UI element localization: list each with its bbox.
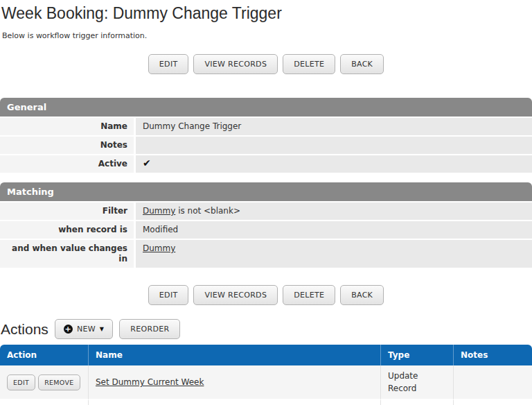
back-button-bottom[interactable]: BACK [340, 285, 384, 305]
new-action-dropdown-button[interactable]: + NEW ▼ [55, 319, 113, 339]
general-row-name: Name Dummy Change Trigger [0, 118, 532, 135]
back-button[interactable]: BACK [340, 54, 384, 74]
page-subtitle: Below is workflow trigger information. [2, 31, 532, 40]
delete-button-bottom[interactable]: DELETE [283, 285, 335, 305]
when-record-is-label: when record is [0, 221, 134, 239]
matching-section-header: Matching [0, 182, 532, 201]
view-records-button-bottom[interactable]: VIEW RECORDS [193, 285, 278, 305]
column-header-action: Action [0, 345, 89, 365]
general-row-notes: Notes [0, 137, 532, 154]
reorder-button[interactable]: REORDER [119, 319, 180, 339]
delete-button[interactable]: DELETE [283, 54, 335, 74]
bottom-toolbar: EDIT VIEW RECORDS DELETE BACK [0, 285, 532, 305]
checkmark-icon: ✔ [143, 157, 151, 169]
notes-label: Notes [0, 137, 134, 154]
general-section-header: General [0, 98, 532, 117]
page-title: Week Booking: Dummy Change Trigger [1, 4, 532, 22]
action-notes [454, 400, 532, 405]
new-button-label: NEW [77, 325, 96, 334]
notes-value [136, 137, 532, 154]
active-label: Active [0, 155, 134, 173]
actions-bar: Actions + NEW ▼ REORDER [1, 319, 532, 339]
name-value: Dummy Change Trigger [136, 118, 532, 135]
plus-circle-icon: + [64, 325, 73, 334]
matching-section: Matching Filter Dummy is not <blank> whe… [0, 182, 532, 268]
row-remove-button[interactable]: REMOVE [38, 374, 80, 390]
edit-button-bottom[interactable]: EDIT [148, 285, 189, 305]
matching-row-filter: Filter Dummy is not <blank> [0, 203, 532, 220]
actions-table: Action Name Type Notes EDIT REMOVE Set D… [0, 345, 532, 405]
value-changes-label: and when value changes in [0, 240, 134, 268]
name-label: Name [0, 118, 134, 135]
filter-condition-text: is not <blank> [175, 206, 240, 216]
actions-table-header-row: Action Name Type Notes [0, 345, 532, 365]
row-action-buttons: EDIT REMOVE [7, 374, 81, 390]
general-section: General Name Dummy Change Trigger Notes … [0, 98, 532, 173]
action-name-link[interactable]: Set Dummy Current Week [96, 377, 204, 387]
column-header-type: Type [381, 345, 454, 365]
action-notes [454, 365, 532, 400]
edit-button[interactable]: EDIT [148, 54, 189, 74]
table-row: EDIT REMOVE Create Week Participant Reco… [0, 400, 532, 405]
workflow-trigger-page: Week Booking: Dummy Change Trigger Below… [0, 0, 532, 405]
column-header-notes: Notes [454, 345, 532, 365]
view-records-button[interactable]: VIEW RECORDS [193, 54, 278, 74]
chevron-down-icon: ▼ [100, 326, 104, 332]
action-type: Create Record [381, 400, 454, 405]
table-row: EDIT REMOVE Set Dummy Current Week Updat… [0, 365, 532, 400]
filter-label: Filter [0, 203, 134, 220]
value-changes-value: Dummy [136, 240, 532, 268]
action-type: Update Record [381, 365, 454, 400]
column-header-name: Name [89, 345, 381, 365]
matching-row-record: when record is Modified [0, 221, 532, 239]
general-row-active: Active ✔ [0, 155, 532, 173]
when-record-is-value: Modified [136, 221, 532, 239]
top-toolbar: EDIT VIEW RECORDS DELETE BACK [0, 54, 532, 74]
value-changes-field-link[interactable]: Dummy [143, 243, 175, 253]
actions-heading: Actions [1, 321, 48, 338]
matching-row-changes: and when value changes in Dummy [0, 240, 532, 268]
filter-value: Dummy is not <blank> [136, 203, 532, 220]
filter-field-link[interactable]: Dummy [143, 206, 175, 216]
row-edit-button[interactable]: EDIT [7, 374, 35, 390]
